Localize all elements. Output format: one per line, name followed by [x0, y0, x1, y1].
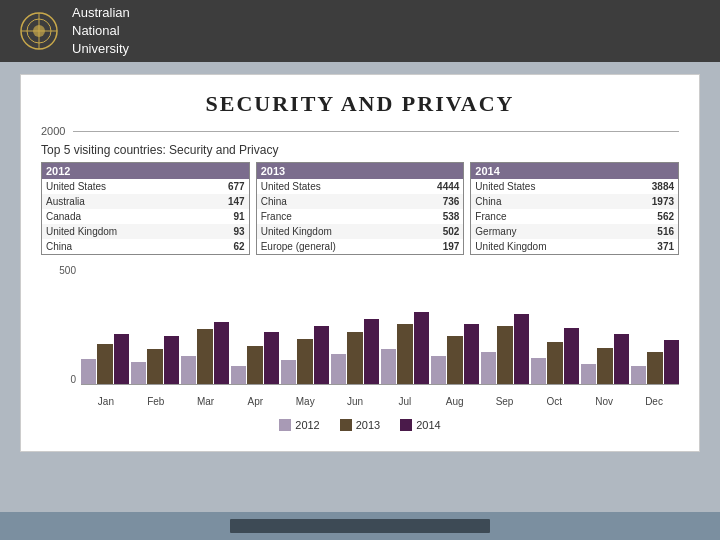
x-label-mar: Mar [181, 396, 231, 407]
table-2013-header: 2013 [257, 163, 464, 179]
header: AustralianNationalUniversity [0, 0, 720, 62]
x-label-dec: Dec [629, 396, 679, 407]
table-2013: 2013 United States4444 China736 France53… [256, 162, 465, 255]
table-row: United States4444 [257, 179, 464, 194]
bars-container [81, 265, 679, 385]
bar-mar-2014 [214, 322, 229, 384]
table-row: Canada91 [42, 209, 249, 224]
table-row: Australia147 [42, 194, 249, 209]
bar-apr-2014 [264, 332, 279, 384]
bar-may-2014 [314, 326, 329, 384]
bars-mar [181, 322, 229, 384]
bar-may-2012 [281, 360, 296, 384]
table-2012: 2012 United States677 Australia147 Canad… [41, 162, 250, 255]
bars-apr [231, 332, 279, 384]
logo-area: AustralianNationalUniversity [16, 4, 130, 59]
table-row: France562 [471, 209, 678, 224]
bar-sep-2014 [514, 314, 529, 384]
bars-oct [531, 328, 579, 384]
bottom-bar [0, 512, 720, 540]
table-row: United Kingdom371 [471, 239, 678, 254]
legend-label-2013: 2013 [356, 419, 380, 431]
bar-jun-2013 [347, 332, 362, 384]
bar-jan-2012 [81, 359, 96, 384]
legend-2013: 2013 [340, 419, 380, 431]
table-row: France538 [257, 209, 464, 224]
bar-jun-2012 [331, 354, 346, 384]
table-row: China62 [42, 239, 249, 254]
x-label-apr: Apr [230, 396, 280, 407]
y-axis-top-label: 2000 [41, 125, 65, 137]
x-label-jul: Jul [380, 396, 430, 407]
table-2014-header: 2014 [471, 163, 678, 179]
bar-sep-2012 [481, 352, 496, 384]
bar-dec-2013 [647, 352, 662, 384]
x-label-nov: Nov [579, 396, 629, 407]
bar-aug-2014 [464, 324, 479, 384]
bar-mar-2013 [197, 329, 212, 384]
legend-box-2013 [340, 419, 352, 431]
bar-oct-2012 [531, 358, 546, 384]
bar-nov-2012 [581, 364, 596, 384]
main-content: SECURITY AND PRIVACY 2000 Top 5 visiting… [20, 74, 700, 452]
x-axis-labels: Jan Feb Mar Apr May Jun Jul Aug Sep Oct … [81, 396, 679, 407]
legend-box-2014 [400, 419, 412, 431]
x-label-feb: Feb [131, 396, 181, 407]
bar-feb-2012 [131, 362, 146, 384]
y-label-top: 500 [41, 265, 76, 276]
bars-nov [581, 334, 629, 384]
legend-label-2012: 2012 [295, 419, 319, 431]
bar-nov-2013 [597, 348, 612, 384]
legend-label-2014: 2014 [416, 419, 440, 431]
bar-aug-2013 [447, 336, 462, 384]
bar-dec-2012 [631, 366, 646, 384]
table-row: United Kingdom93 [42, 224, 249, 239]
chart-area: 500 0 [41, 265, 679, 415]
legend-box-2012 [279, 419, 291, 431]
x-label-oct: Oct [529, 396, 579, 407]
bar-aug-2012 [431, 356, 446, 384]
table-row: United States3884 [471, 179, 678, 194]
x-label-sep: Sep [480, 396, 530, 407]
bar-apr-2013 [247, 346, 262, 384]
bars-sep [481, 314, 529, 384]
bars-dec [631, 340, 679, 384]
legend-2012: 2012 [279, 419, 319, 431]
anu-logo-icon [16, 8, 62, 54]
bars-may [281, 326, 329, 384]
table-row: China1973 [471, 194, 678, 209]
table-row: Germany516 [471, 224, 678, 239]
bar-jan-2013 [97, 344, 112, 384]
table-row: United States677 [42, 179, 249, 194]
bar-nov-2014 [614, 334, 629, 384]
bar-oct-2014 [564, 328, 579, 384]
bar-dec-2014 [664, 340, 679, 384]
bar-feb-2013 [147, 349, 162, 384]
university-name: AustralianNationalUniversity [72, 4, 130, 59]
bar-jul-2014 [414, 312, 429, 384]
bar-jan-2014 [114, 334, 129, 384]
bar-oct-2013 [547, 342, 562, 384]
tables-row: 2012 United States677 Australia147 Canad… [41, 162, 679, 255]
bar-jul-2013 [397, 324, 412, 384]
bars-feb [131, 336, 179, 384]
y-label-bottom: 0 [41, 374, 76, 385]
bars-jul [381, 312, 429, 384]
chart-legend: 2012 2013 2014 [41, 419, 679, 431]
table-row: Europe (general)197 [257, 239, 464, 254]
slide-title: SECURITY AND PRIVACY [41, 91, 679, 117]
legend-2014: 2014 [400, 419, 440, 431]
table-row: United Kingdom502 [257, 224, 464, 239]
bar-may-2013 [297, 339, 312, 384]
x-label-jun: Jun [330, 396, 380, 407]
table-row: China736 [257, 194, 464, 209]
bar-jun-2014 [364, 319, 379, 384]
table-2012-header: 2012 [42, 163, 249, 179]
x-label-may: May [280, 396, 330, 407]
bar-mar-2012 [181, 356, 196, 384]
subtitle-row: 2000 [41, 125, 679, 137]
x-label-aug: Aug [430, 396, 480, 407]
bar-jul-2012 [381, 349, 396, 384]
bars-aug [431, 324, 479, 384]
bar-sep-2013 [497, 326, 512, 384]
